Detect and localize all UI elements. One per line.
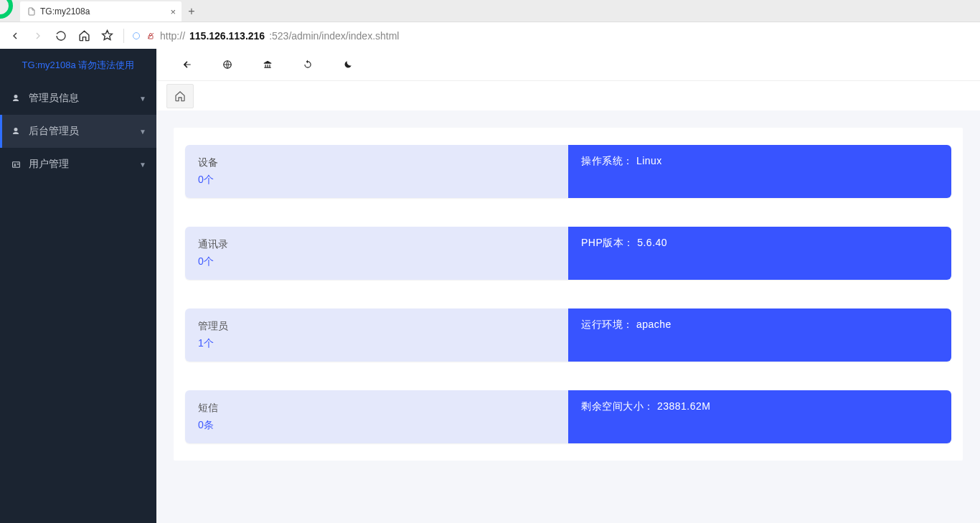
address-bar[interactable]: http://115.126.113.216:523/admin/index/i…: [131, 30, 974, 42]
toolbar-globe-icon[interactable]: [222, 60, 232, 70]
panel-title: 管理员: [198, 320, 555, 333]
url-prefix: http://: [160, 30, 185, 42]
address-bar-row: http://115.126.113.216:523/admin/index/i…: [0, 22, 980, 49]
separator: [123, 29, 124, 43]
panel-right: 操作系统： Linux: [568, 145, 951, 198]
panel-value: 0条: [198, 419, 555, 432]
panel-value: 0个: [198, 174, 555, 187]
user-icon: [11, 94, 22, 103]
chevron-down-icon: ▼: [139, 161, 146, 169]
app-root: TG:my2108a 请勿违法使用 管理员信息 ▼ 后台管理员 ▼ 用户管理 ▼: [0, 49, 980, 523]
sidebar-item-backend-admin[interactable]: 后台管理员 ▼: [0, 115, 156, 148]
url-path: :523/admin/index/index.shtml: [269, 30, 399, 42]
panel-value: 1个: [198, 337, 555, 350]
id-card-icon: [11, 160, 22, 169]
browser-chrome: TG:my2108a × + http://115.126.11: [0, 0, 980, 49]
toolbar-refresh-icon[interactable]: [303, 60, 313, 70]
main-panel: 设备 0个 操作系统： Linux 通讯录 0个 PHP版本：: [156, 49, 980, 523]
browser-tab[interactable]: TG:my2108a ×: [20, 1, 182, 22]
panel-contacts: 通讯录 0个 PHP版本： 5.6.40: [185, 227, 951, 280]
panel-title: 设备: [198, 156, 555, 169]
panel-value: 0个: [198, 255, 555, 268]
sidebar: TG:my2108a 请勿违法使用 管理员信息 ▼ 后台管理员 ▼ 用户管理 ▼: [0, 49, 156, 523]
toolbar-building-icon[interactable]: [263, 60, 273, 70]
breadcrumb-home-tab[interactable]: [166, 84, 194, 108]
content-area: 设备 0个 操作系统： Linux 通讯录 0个 PHP版本：: [156, 110, 980, 523]
panel-title: 短信: [198, 402, 555, 415]
url-host: 115.126.113.216: [189, 30, 265, 42]
panel-devices: 设备 0个 操作系统： Linux: [185, 145, 951, 198]
panel-right: PHP版本： 5.6.40: [568, 227, 951, 280]
nav-back-icon[interactable]: [6, 27, 24, 45]
svg-point-4: [14, 163, 16, 164]
nav-refresh-icon[interactable]: [52, 27, 70, 45]
panel-right-label: 剩余空间大小：: [581, 400, 654, 413]
panel-sms: 短信 0条 剩余空间大小： 23881.62M: [185, 390, 951, 443]
new-tab-button[interactable]: +: [182, 1, 202, 22]
tab-title: TG:my2108a: [40, 6, 90, 17]
sidebar-item-label: 用户管理: [29, 158, 69, 171]
panel-left: 短信 0条: [185, 390, 568, 443]
top-toolbar: [156, 49, 980, 80]
chevron-down-icon: ▼: [139, 128, 146, 136]
page-icon: [27, 7, 36, 16]
panel-left: 设备 0个: [185, 145, 568, 198]
insecure-lock-icon: [146, 31, 156, 41]
panel-right-value: apache: [636, 319, 672, 330]
panel-right-value: Linux: [636, 155, 662, 166]
tab-strip: TG:my2108a × +: [0, 0, 980, 22]
toolbar-moon-icon[interactable]: [343, 60, 353, 70]
dashboard-card: 设备 0个 操作系统： Linux 通讯录 0个 PHP版本：: [174, 128, 963, 461]
panel-right-value: 23881.62M: [657, 400, 711, 412]
panel-right-label: 操作系统：: [581, 155, 633, 168]
panel-right-value: 5.6.40: [637, 237, 667, 248]
panel-right-label: 运行环境：: [581, 319, 633, 331]
panel-right: 运行环境： apache: [568, 308, 951, 362]
panel-admins: 管理员 1个 运行环境： apache: [185, 308, 951, 362]
nav-home-icon[interactable]: [75, 27, 93, 45]
sidebar-item-user-mgmt[interactable]: 用户管理 ▼: [0, 148, 156, 181]
site-identity-icon[interactable]: [131, 31, 141, 41]
panel-title: 通讯录: [198, 238, 555, 251]
panel-right: 剩余空间大小： 23881.62M: [568, 390, 951, 443]
nav-favorite-icon[interactable]: [98, 27, 116, 45]
svg-point-0: [133, 32, 140, 39]
panel-right-label: PHP版本：: [581, 237, 634, 250]
chevron-down-icon: ▼: [139, 95, 146, 103]
toolbar-back-icon[interactable]: [182, 60, 192, 70]
user-icon: [11, 127, 22, 136]
sidebar-item-admin-info[interactable]: 管理员信息 ▼: [0, 82, 156, 115]
panel-left: 通讯录 0个: [185, 227, 568, 280]
breadcrumb-bar: [156, 80, 980, 110]
nav-forward-icon[interactable]: [29, 27, 47, 45]
panel-left: 管理员 1个: [185, 308, 568, 362]
sidebar-item-label: 后台管理员: [29, 125, 79, 138]
sidebar-brand: TG:my2108a 请勿违法使用: [0, 49, 156, 82]
sidebar-item-label: 管理员信息: [29, 92, 79, 105]
tab-close-icon[interactable]: ×: [170, 6, 176, 17]
